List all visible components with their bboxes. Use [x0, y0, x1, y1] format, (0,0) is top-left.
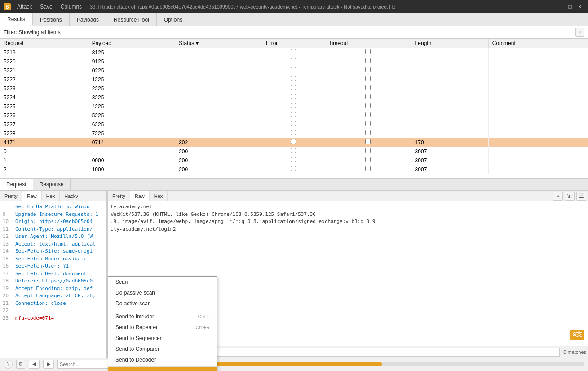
context-menu-shortcut: Ctrl+I [198, 314, 210, 319]
text-view-icon[interactable]: ≡ [553, 192, 563, 201]
save-menu[interactable]: Save [36, 3, 56, 11]
tab-options[interactable]: Options [157, 13, 190, 26]
table-row[interactable]: 100002003007 [0, 156, 588, 165]
context-menu: ScanDo passive scanDo active scanSend to… [108, 276, 217, 371]
context-menu-item[interactable]: Send to IntruderCtrl+I [108, 311, 217, 322]
sub-tab-hackv[interactable]: Hackv [60, 191, 83, 201]
table-row[interactable]: 02003007 [0, 147, 588, 156]
context-menu-item-label: Scan [115, 279, 128, 285]
context-menu-shortcut: Ctrl+R [196, 325, 210, 330]
sub-tab-pretty[interactable]: Pretty [0, 191, 22, 201]
code-line: 18Referer: https://0adb005c0 [3, 277, 104, 285]
context-menu-separator [108, 310, 217, 310]
code-line: 17Sec-Fetch-Dest: document [3, 270, 104, 278]
response-line: WebKit/537.36 (KHTML, like Gecko) Chrome… [111, 211, 585, 219]
table-row[interactable]: 52276225 [0, 120, 588, 129]
sub-tab-right-pretty[interactable]: Pretty [108, 191, 130, 201]
col-request: Request [0, 39, 88, 48]
pane-tab-response[interactable]: Response [33, 179, 71, 190]
response-line: ty-academy.net [111, 203, 585, 211]
pane-tabs: Request Response [0, 178, 588, 191]
pane-tab-request[interactable]: Request [0, 179, 33, 190]
col-payload: Payload [88, 39, 175, 48]
context-menu-item[interactable]: Show response in browser [108, 367, 217, 371]
minimize-button[interactable]: — [556, 2, 565, 11]
close-button[interactable]: ✕ [575, 2, 584, 11]
context-menu-item[interactable]: Do passive scan [108, 287, 217, 298]
table-row[interactable]: 52209125 [0, 57, 588, 66]
col-comment: Comment [488, 39, 588, 48]
table-row[interactable]: 41710714302170 [0, 138, 588, 147]
table-row[interactable]: 52221225 [0, 75, 588, 84]
newline-icon[interactable]: \n [565, 192, 575, 201]
watermark: S英 [570, 330, 584, 340]
table-header-row: Request Payload Status ▾ Error Timeout L… [0, 39, 588, 48]
title-bar: B Attack Save Columns 39. Intruder attac… [0, 0, 588, 13]
status-bar: ? ⚙ ◀ ▶ 5207 of 10000 [0, 358, 588, 370]
context-menu-item-label: Do passive scan [115, 290, 155, 296]
results-table: Request Payload Status ▾ Error Timeout L… [0, 39, 588, 174]
context-menu-item[interactable]: Send to Decoder [108, 354, 217, 365]
filter-help-button[interactable]: ? [575, 28, 584, 37]
col-timeout: Timeout [325, 39, 411, 48]
maximize-button[interactable]: □ [566, 2, 575, 11]
right-toolbar: ≡ \n ☰ [553, 192, 586, 201]
context-menu-item-label: Send to Repeater [115, 324, 158, 331]
left-pane: Pretty Raw Hex Hackv Sec-Ch-Ua-Platform:… [0, 191, 108, 358]
table-row[interactable]: 52198125 [0, 48, 588, 57]
code-line: 16Sec-Fetch-User: ?1 [3, 263, 104, 270]
attack-menu[interactable]: Attack [13, 3, 35, 11]
tab-payloads[interactable]: Payloads [70, 13, 106, 26]
tab-resource-pool[interactable]: Resource Pool [106, 13, 157, 26]
table-row[interactable]: 52232225 [0, 84, 588, 93]
request-code-area: Sec-Ch-Ua-Platform: Windo 9Upgrade-Insec… [0, 201, 106, 358]
results-table-container[interactable]: Request Payload Status ▾ Error Timeout L… [0, 39, 588, 178]
main-tab-bar: Results Positions Payloads Resource Pool… [0, 13, 588, 26]
response-line: ity-academy.net/login2 [111, 226, 585, 233]
table-row[interactable]: 52265225 [0, 111, 588, 120]
more-menu-icon[interactable]: ☰ [576, 192, 586, 201]
col-error: Error [262, 39, 325, 48]
progress-bar-container [163, 362, 584, 366]
menu-items: Attack Save Columns [13, 3, 85, 11]
sub-tabs-left: Pretty Raw Hex Hackv [0, 191, 106, 201]
tab-positions[interactable]: Positions [33, 13, 70, 26]
filter-bar: Filter: Showing all items ? [0, 26, 588, 39]
sub-tab-raw[interactable]: Raw [22, 191, 42, 201]
code-line: 9Upgrade-Insecure-Requests: 1 [3, 211, 104, 219]
table-row[interactable]: 52287225 [0, 129, 588, 138]
context-menu-item-label: Do active scan [115, 300, 151, 307]
code-line: 11Content-Type: application/ [3, 226, 104, 233]
context-menu-item[interactable]: Send to Sequencer [108, 333, 217, 344]
context-menu-item[interactable]: Send to Comparer [108, 344, 217, 354]
status-help-button[interactable]: ? [4, 360, 13, 369]
window-title: 39. Intruder attack of https://0adb005c0… [90, 4, 556, 9]
context-menu-item[interactable]: Scan [108, 277, 217, 287]
table-row[interactable]: 210002003007 [0, 165, 588, 174]
forward-button[interactable]: ▶ [43, 360, 54, 369]
table-body: 5219812552209125522102255222122552232225… [0, 48, 588, 174]
code-line: 14Sec-Fetch-Site: same-origi [3, 248, 104, 255]
table-row[interactable]: 52210225 [0, 66, 588, 75]
match-count: 0 matches [563, 349, 586, 355]
back-button[interactable]: ◀ [29, 360, 40, 369]
app-icon: B [4, 3, 11, 10]
sub-tab-right-raw[interactable]: Raw [130, 191, 150, 201]
code-line: 21Connection: close [3, 300, 104, 308]
col-status[interactable]: Status ▾ [175, 39, 262, 48]
table-row[interactable]: 52243225 [0, 93, 588, 102]
code-line: 22 [3, 307, 104, 315]
context-menu-item-label: Send to Sequencer [115, 335, 162, 341]
code-line: 19Accept-Encoding: gzip, def [3, 285, 104, 293]
code-line: 20Accept-Language: zh-CN, zh; [3, 292, 104, 300]
status-gear-button[interactable]: ⚙ [16, 360, 25, 369]
sub-tab-hex[interactable]: Hex [42, 191, 60, 201]
columns-menu[interactable]: Columns [57, 3, 85, 11]
context-menu-item[interactable]: Send to RepeaterCtrl+R [108, 322, 217, 333]
context-menu-separator [108, 366, 217, 367]
context-menu-item[interactable]: Do active scan [108, 298, 217, 309]
col-length: Length [411, 39, 488, 48]
sub-tab-right-hex[interactable]: Hex [150, 191, 168, 201]
table-row[interactable]: 52254225 [0, 102, 588, 111]
tab-results[interactable]: Results [0, 13, 33, 26]
